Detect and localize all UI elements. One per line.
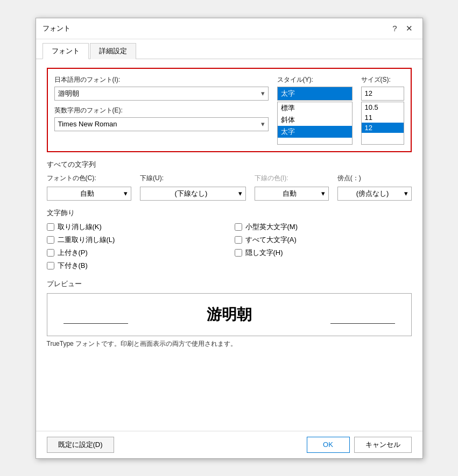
accent-label: 傍点(：) xyxy=(337,174,412,183)
dialog-body: 日本語用のフォント(I): 游明朝 ▾ 英数字用のフォント(E): Times … xyxy=(36,59,422,431)
underline-color-arrow: ▾ xyxy=(321,189,325,197)
preview-label: プレビュー xyxy=(47,279,412,289)
all-caps-item[interactable]: すべて大文字(A) xyxy=(235,235,412,245)
subscript-item[interactable]: 下付き(B) xyxy=(47,261,224,271)
all-caps-checkbox[interactable] xyxy=(235,236,242,244)
strikethrough-checkbox[interactable] xyxy=(47,223,54,231)
font-left-column: 日本語用のフォント(I): 游明朝 ▾ 英数字用のフォント(E): Times … xyxy=(54,75,269,145)
font-color-dropdown[interactable]: 自動 ▾ xyxy=(47,187,132,201)
footer-right: OK キャンセル xyxy=(307,437,412,453)
size-label: サイズ(S): xyxy=(361,75,404,84)
preview-text: 游明朝 xyxy=(207,304,252,325)
tab-advanced[interactable]: 詳細設定 xyxy=(90,43,136,59)
cancel-button[interactable]: キャンセル xyxy=(354,437,412,453)
superscript-checkbox[interactable] xyxy=(47,249,54,257)
japanese-font-arrow: ▾ xyxy=(261,89,265,97)
double-strikethrough-item[interactable]: 二重取り消し線(L) xyxy=(47,235,224,245)
japanese-font-select[interactable]: 游明朝 ▾ xyxy=(54,87,269,101)
english-font-select[interactable]: Times New Roman ▾ xyxy=(54,117,269,131)
size-item-11[interactable]: 11 xyxy=(362,112,404,123)
title-bar: フォント ? ✕ xyxy=(36,18,422,39)
double-strikethrough-checkbox[interactable] xyxy=(47,236,54,244)
accent-dropdown[interactable]: (傍点なし) ▾ xyxy=(337,187,412,201)
color-row: フォントの色(C): 自動 ▾ 下線(U): (下線なし) ▾ 下線の色(I):… xyxy=(47,174,412,201)
english-font-label: 英数字用のフォント(E): xyxy=(54,106,269,115)
size-item-12[interactable]: 12 xyxy=(362,123,404,133)
underline-arrow: ▾ xyxy=(238,189,242,197)
english-font-group: 英数字用のフォント(E): Times New Roman ▾ xyxy=(54,106,269,131)
underline-color-field: 下線の色(I): 自動 ▾ xyxy=(255,174,329,201)
font-color-field: フォントの色(C): 自動 ▾ xyxy=(47,174,132,201)
underline-field: 下線(U): (下線なし) ▾ xyxy=(140,174,246,201)
font-dialog: フォント ? ✕ フォント 詳細設定 日本語用のフォント(I): 游明朝 ▾ xyxy=(36,18,423,459)
decoration-label: 文字飾り xyxy=(47,208,412,218)
underline-color-label: 下線の色(I): xyxy=(255,174,329,183)
all-chars-label: すべての文字列 xyxy=(47,160,412,169)
help-button[interactable]: ? xyxy=(389,23,400,34)
style-item-italic[interactable]: 斜体 xyxy=(278,114,352,126)
ok-button[interactable]: OK xyxy=(307,437,350,453)
font-color-arrow: ▾ xyxy=(124,189,128,197)
decoration-grid: 取り消し線(K) 二重取り消し線(L) 上付き(P) 下付き(B) xyxy=(47,222,412,271)
superscript-item[interactable]: 上付き(P) xyxy=(47,248,224,258)
small-caps-checkbox[interactable] xyxy=(235,223,242,231)
default-button[interactable]: 既定に設定(D) xyxy=(47,437,114,453)
english-font-arrow: ▾ xyxy=(261,120,265,128)
tab-font[interactable]: フォント xyxy=(43,43,89,59)
accent-field: 傍点(：) (傍点なし) ▾ xyxy=(337,174,412,201)
size-listbox: 10.5 11 12 xyxy=(361,102,404,145)
hidden-text-item[interactable]: 隠し文字(H) xyxy=(235,248,412,258)
small-caps-item[interactable]: 小型英大文字(M) xyxy=(235,222,412,232)
tab-bar: フォント 詳細設定 xyxy=(36,39,422,59)
close-button[interactable]: ✕ xyxy=(403,23,416,34)
preview-box: 游明朝 xyxy=(47,293,412,336)
dialog-title: フォント xyxy=(43,24,71,33)
underline-color-dropdown[interactable]: 自動 ▾ xyxy=(255,187,329,201)
style-item-bold[interactable]: 太字 xyxy=(278,126,352,138)
hidden-text-checkbox[interactable] xyxy=(235,249,242,257)
style-column: スタイル(Y): 標準 斜体 太字 xyxy=(277,75,353,145)
decoration-left: 取り消し線(K) 二重取り消し線(L) 上付き(P) 下付き(B) xyxy=(47,222,224,271)
font-selection-box: 日本語用のフォント(I): 游明朝 ▾ 英数字用のフォント(E): Times … xyxy=(47,68,412,152)
truetype-note: TrueType フォントです。印刷と画面表示の両方で使用されます。 xyxy=(47,339,412,349)
style-listbox: 標準 斜体 太字 xyxy=(277,102,353,145)
size-column: サイズ(S): 10.5 11 12 xyxy=(361,75,404,145)
dialog-footer: 既定に設定(D) OK キャンセル xyxy=(36,431,422,458)
japanese-font-group: 日本語用のフォント(I): 游明朝 ▾ xyxy=(54,75,269,101)
underline-label: 下線(U): xyxy=(140,174,246,183)
title-controls: ? ✕ xyxy=(389,23,415,34)
style-label: スタイル(Y): xyxy=(277,75,353,84)
strikethrough-item[interactable]: 取り消し線(K) xyxy=(47,222,224,232)
size-item-10-5[interactable]: 10.5 xyxy=(362,102,404,112)
accent-arrow: ▾ xyxy=(404,189,408,197)
decoration-right: 小型英大文字(M) すべて大文字(A) 隠し文字(H) xyxy=(235,222,412,271)
size-input[interactable] xyxy=(361,87,404,101)
preview-line-right xyxy=(330,323,395,324)
preview-line-left xyxy=(64,323,128,324)
japanese-font-label: 日本語用のフォント(I): xyxy=(54,75,269,84)
subscript-checkbox[interactable] xyxy=(47,262,54,269)
underline-dropdown[interactable]: (下線なし) ▾ xyxy=(140,187,246,201)
preview-section: プレビュー 游明朝 TrueType フォントです。印刷と画面表示の両方で使用さ… xyxy=(47,279,412,349)
decoration-section: 文字飾り 取り消し線(K) 二重取り消し線(L) 上付き(P) xyxy=(47,208,412,271)
style-item-normal[interactable]: 標準 xyxy=(278,102,352,114)
font-color-label: フォントの色(C): xyxy=(47,174,132,183)
style-input[interactable] xyxy=(277,87,353,101)
